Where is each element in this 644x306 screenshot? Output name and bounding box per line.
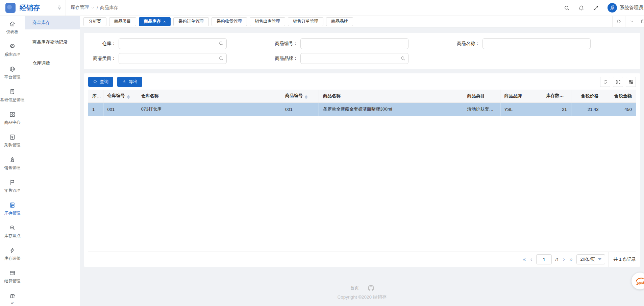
sidebar-item-label: 零售管理: [4, 188, 21, 193]
sidebar-item-promotion[interactable]: [9, 292, 16, 299]
brand-input[interactable]: [300, 53, 408, 64]
bell-icon[interactable]: [578, 5, 584, 11]
total-pages-label: /1: [555, 257, 559, 262]
cell-warehouse_name: 073打仓库: [137, 102, 281, 116]
col-header-product_code[interactable]: 商品编号: [281, 90, 319, 102]
filter-field-category: 商品类目：: [86, 53, 268, 64]
tab-product-stock[interactable]: 商品库存×: [139, 17, 171, 26]
filter-field-warehouse: 仓库：: [86, 38, 268, 49]
cell-product_code: 001: [281, 102, 319, 116]
sidebar-item-stocktake[interactable]: 库存盘点: [4, 225, 21, 239]
breadcrumb-section[interactable]: 库存管理: [71, 4, 89, 11]
breadcrumb-separator: /: [97, 5, 98, 10]
columns-grid-icon: [628, 79, 634, 85]
category-input[interactable]: [119, 53, 227, 64]
export-button[interactable]: 导出: [117, 77, 142, 87]
sidebar-item-retail[interactable]: 零售管理: [4, 179, 21, 193]
sort-carets-icon[interactable]: [305, 95, 307, 99]
cell-amount: 450: [603, 102, 636, 116]
sidebar-item-label: 仪表板: [6, 29, 19, 35]
first-page-icon[interactable]: «: [522, 256, 526, 262]
breadcrumb-current: 商品库存: [100, 5, 118, 11]
tab-close-icon[interactable]: ×: [164, 20, 166, 24]
gear-icon: [9, 43, 16, 50]
breadcrumb: 库存管理 / 商品库存: [71, 4, 118, 11]
col-header-warehouse_code[interactable]: 仓库编号: [103, 90, 137, 102]
page-size-select[interactable]: 20条/页: [576, 254, 605, 264]
tab-product-category[interactable]: 商品类目: [109, 17, 136, 26]
chevron-down-icon[interactable]: [91, 6, 95, 10]
sidebar-item-dashboard[interactable]: 仪表板: [6, 21, 19, 35]
submenu-item-warehouse-transfer[interactable]: 仓库调拨: [25, 56, 80, 70]
page-size-value: 20条/页: [580, 256, 595, 262]
tab-purchase-order[interactable]: 采购订单管理: [173, 17, 209, 26]
query-button[interactable]: 查询: [88, 77, 113, 87]
tabbar-actions: [612, 16, 644, 27]
input-wrap: [300, 38, 408, 49]
github-icon[interactable]: [368, 285, 374, 291]
card-icon: [9, 270, 16, 276]
field-label: 商品类目：: [86, 55, 116, 62]
expand-table-button[interactable]: [613, 77, 623, 87]
cell-category: 活动护肤套装...: [463, 102, 500, 116]
sort-carets-icon[interactable]: [127, 95, 130, 99]
submenu-item-product-stock[interactable]: 商品库存: [25, 16, 80, 29]
refresh-table-button[interactable]: [600, 77, 610, 87]
logo-area: 经销存: [0, 0, 66, 16]
tab-sales-order[interactable]: 销售订单管理: [288, 17, 323, 26]
field-label: 商品编号：: [268, 41, 298, 47]
col-header-brand: 商品品牌: [500, 90, 542, 102]
content-fullscreen-button[interactable]: [638, 16, 644, 27]
sidebar-item-inventory[interactable]: 库存管理: [4, 202, 21, 216]
tab-label: 销售订单管理: [293, 19, 318, 24]
collapse-tabs-button[interactable]: [625, 16, 638, 27]
cell-brand: YSL: [500, 102, 542, 116]
product-name-input[interactable]: [482, 38, 591, 49]
sidebar-item-purchase[interactable]: 采购管理: [4, 134, 21, 148]
sidebar-item-label: 结算管理: [4, 278, 21, 284]
col-header-label: 库存数量: [546, 93, 564, 98]
search-icon[interactable]: [564, 5, 570, 11]
reload-tab-button[interactable]: [612, 16, 625, 27]
tab-label: 分析页: [89, 19, 101, 24]
submenu-item-stock-change-log[interactable]: 商品库存变动记录: [25, 36, 80, 49]
table-row[interactable]: 1001073打仓库001圣罗兰全新藏金奢妍洁面啫喱300ml活动护肤套装...…: [88, 102, 636, 116]
reload-icon: [616, 19, 621, 24]
last-page-icon[interactable]: »: [569, 256, 573, 262]
column-settings-button[interactable]: [626, 77, 636, 87]
footer-home-link[interactable]: 首页: [350, 285, 359, 291]
chevron-down-icon: [629, 19, 634, 24]
sort-carets-icon[interactable]: [566, 95, 569, 99]
tab-sales-outbound[interactable]: 销售出库管理: [250, 17, 285, 26]
tab-purchase-receipt[interactable]: 采购收货管理: [212, 17, 247, 26]
product-code-input[interactable]: [300, 38, 408, 49]
sidebar-item-sales[interactable]: 销售管理: [4, 157, 21, 171]
user-menu[interactable]: 系 系统管理员: [608, 3, 643, 13]
sidebar-item-base-info[interactable]: 基础信息管理: [0, 89, 25, 103]
sidebar-item-product-center[interactable]: 商品中心: [4, 111, 21, 125]
inventory-table: 序号仓库编号仓库名称商品编号商品名称商品类目商品品牌库存数量含税价格含税金额 1…: [88, 90, 636, 116]
field-label: 商品品牌：: [268, 55, 298, 62]
sidebar-item-adjust[interactable]: 库存调整: [4, 247, 21, 261]
sidebar-item-label: 基础信息管理: [0, 97, 25, 103]
col-header-qty[interactable]: 库存数量: [542, 90, 571, 102]
tab-analysis[interactable]: 分析页: [83, 17, 106, 26]
current-page-box[interactable]: 1: [536, 254, 552, 264]
sidebar-item-label: 库存管理: [4, 210, 21, 216]
tab-product-brand[interactable]: 商品品牌: [326, 17, 353, 26]
expand-arrows-icon: [616, 79, 621, 85]
sidebar-collapse-button[interactable]: «: [0, 299, 25, 306]
col-header-label: 商品编号: [285, 93, 303, 98]
avatar[interactable]: 系: [608, 3, 617, 13]
sidebar-item-platform[interactable]: 平台管理: [4, 66, 21, 80]
col-header-label: 商品类目: [467, 93, 485, 98]
gift-icon: [9, 292, 16, 299]
footer-links: 首页: [350, 285, 374, 291]
warehouse-input[interactable]: [119, 38, 227, 49]
sidebar-item-settlement[interactable]: 结算管理: [4, 270, 21, 284]
sidebar-item-system[interactable]: 系统管理: [4, 43, 21, 57]
pin-icon[interactable]: [57, 5, 62, 10]
next-page-icon[interactable]: ›: [562, 256, 565, 262]
prev-page-icon[interactable]: ‹: [530, 256, 533, 262]
fullscreen-icon[interactable]: [593, 5, 599, 11]
